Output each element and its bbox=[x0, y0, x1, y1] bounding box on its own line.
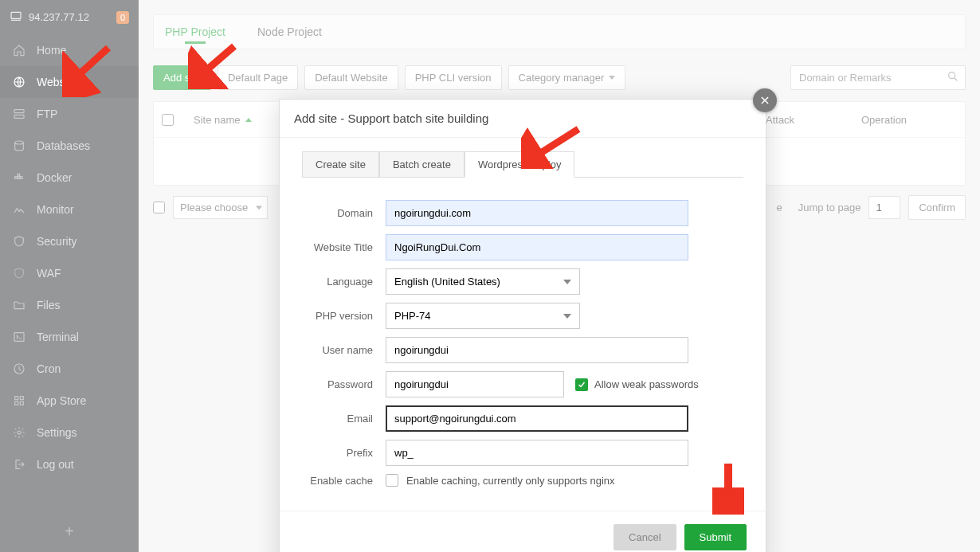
username-input[interactable] bbox=[386, 337, 688, 363]
label-domain: Domain bbox=[302, 207, 386, 219]
modal-tab-batch-label: Batch create bbox=[393, 159, 451, 170]
cancel-label: Cancel bbox=[629, 531, 661, 543]
allow-weak-label: Allow weak passwords bbox=[594, 378, 699, 390]
domain-input[interactable] bbox=[386, 200, 688, 226]
email-input[interactable] bbox=[386, 405, 688, 432]
add-site-modal: Add site - Support batch site building C… bbox=[279, 99, 766, 552]
submit-button[interactable]: Submit bbox=[684, 524, 747, 550]
modal-tab-create-label: Create site bbox=[316, 159, 366, 170]
website-title-input[interactable] bbox=[386, 234, 688, 260]
chevron-down-icon bbox=[563, 314, 571, 319]
label-enablecache: Enable cache bbox=[302, 475, 386, 487]
php-version-select[interactable]: PHP-74 bbox=[386, 303, 580, 329]
password-input[interactable] bbox=[386, 371, 564, 397]
modal-tab-wordpress[interactable]: Wordpress deploy bbox=[465, 151, 575, 178]
php-version-value: PHP-74 bbox=[394, 310, 431, 322]
modal-title-text: Add site - Support batch site building bbox=[294, 112, 488, 125]
label-phpversion: PHP version bbox=[302, 310, 386, 322]
modal-title: Add site - Support batch site building bbox=[280, 100, 766, 138]
prefix-input[interactable] bbox=[386, 440, 688, 466]
submit-label: Submit bbox=[700, 531, 731, 543]
modal-tab-create[interactable]: Create site bbox=[302, 151, 379, 178]
label-prefix: Prefix bbox=[302, 447, 386, 459]
language-select[interactable]: English (United States) bbox=[386, 268, 580, 295]
modal-tab-batch[interactable]: Batch create bbox=[379, 151, 465, 178]
label-email: Email bbox=[302, 413, 386, 425]
label-password: Password bbox=[302, 378, 386, 390]
label-username: User name bbox=[302, 344, 386, 356]
allow-weak-checkbox[interactable] bbox=[575, 378, 588, 391]
label-language: Language bbox=[302, 276, 386, 288]
label-title: Website Title bbox=[302, 241, 386, 253]
check-icon bbox=[577, 380, 586, 390]
enable-cache-hint: Enable caching, currently only supports … bbox=[406, 475, 615, 487]
chevron-down-icon bbox=[563, 280, 571, 284]
language-value: English (United States) bbox=[394, 276, 500, 288]
modal-close-button[interactable] bbox=[753, 88, 777, 112]
modal-tab-wordpress-label: Wordpress deploy bbox=[478, 159, 562, 170]
enable-cache-checkbox[interactable] bbox=[386, 474, 398, 487]
close-icon bbox=[759, 95, 770, 106]
cancel-button[interactable]: Cancel bbox=[613, 524, 676, 550]
